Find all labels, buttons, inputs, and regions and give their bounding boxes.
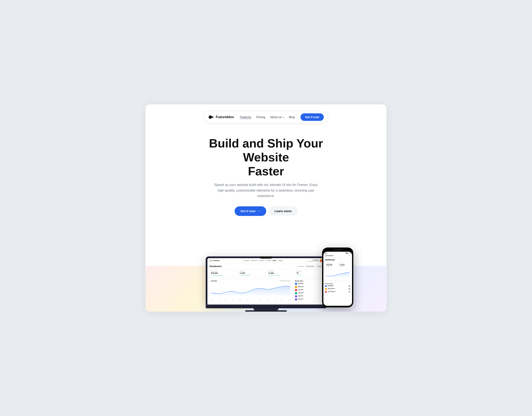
nav-link-pricing[interactable]: Pricing xyxy=(256,115,265,119)
phone-time: 9:41 xyxy=(325,253,327,254)
phone-status-icons: ▐▐▐ ⊙ ▭ xyxy=(345,253,350,254)
stats-row: Total Revenue $78,259 ↗ 10.5% from last … xyxy=(209,269,323,277)
stat-label-active: Active now xyxy=(297,270,321,272)
dash-logo: Frameblox xyxy=(209,260,220,262)
phone-logo-icon xyxy=(325,255,327,257)
stat-change-revenue: ↗ 10.5% from last month xyxy=(211,275,236,276)
dash-nav-tasks: Tasks xyxy=(272,260,276,261)
phone-status-bar: 9:41 ▐▐▐ ⊙ ▭ xyxy=(323,252,352,254)
laptop-base xyxy=(206,305,326,308)
phone-rs-name: Lisa Thompson xyxy=(328,291,335,292)
nav-item-about[interactable]: About us ▾ xyxy=(270,115,284,119)
stat-label-customers: Customers xyxy=(240,270,264,272)
rs-date: Yesterday xyxy=(298,297,321,297)
avatar xyxy=(325,291,327,293)
rs-info: James W... Yesterday xyxy=(298,298,321,301)
phone-dash-nav: Frameblox ≡ xyxy=(323,254,352,258)
hero-title: Build and Ship Your Website Faster xyxy=(193,137,339,178)
chart-x-labels: Jan Feb Mar Apr May Jun Jul Aug xyxy=(211,300,290,301)
chart-area: Overview ↗ 23.5% from last year xyxy=(209,279,292,303)
dash-nav-products: Products xyxy=(259,260,264,261)
signal-icon: ▐▐▐ xyxy=(345,253,348,254)
rs-info: Emily Joh... Today, 8:49 xyxy=(298,286,321,288)
rs-info: Laura Dav... Yesterday xyxy=(298,292,321,294)
nav-link-blog[interactable]: Blog xyxy=(289,115,295,119)
phone-chart: Jan Feb Mar Apr May Jun xyxy=(325,269,350,282)
laptop: Frameblox Overview Customers Products Pr… xyxy=(206,257,326,312)
phone-stat-revenue: Total Revenue $78,259 ↗ 10.5% xyxy=(325,262,337,268)
list-item: James W... Yesterday xyxy=(295,298,321,301)
dash-nav-customers: Customers xyxy=(251,260,257,261)
arrow-icon: → xyxy=(257,209,260,213)
stat-card-active: Active now 57 ↗ 10.5% xyxy=(295,269,323,277)
avatar xyxy=(295,292,297,294)
rs-date: Today, 8:49 xyxy=(298,287,321,288)
rs-date: Today, 11:24 xyxy=(298,284,321,285)
nav-item-blog[interactable]: Blog xyxy=(289,115,295,119)
phone-screen: 9:41 ▐▐▐ ⊙ ▭ Frameblox ≡ xyxy=(323,252,352,306)
hero-cta-button[interactable]: Get it now → xyxy=(235,206,266,216)
nav-link-about[interactable]: About us ▾ xyxy=(270,115,284,119)
phone-chart-labels: Jan Feb Mar Apr May Jun xyxy=(326,280,349,281)
device-showcase: Frameblox Overview Customers Products Pr… xyxy=(145,224,387,312)
rs-date: Yesterday xyxy=(298,290,321,291)
stat-value-active: 57 xyxy=(297,272,321,274)
hamburger-icon: ≡ xyxy=(349,255,350,257)
stat-value-sales: +2,354 xyxy=(268,272,293,274)
dash-header: Dashboard Last 30 days 📅 Select dates ⚙ … xyxy=(209,265,323,267)
dash-filter-btn[interactable]: ⚙ Filter xyxy=(316,265,323,267)
page-wrapper: Futureblox Features Pricing About us ▾ B… xyxy=(145,104,387,311)
rs-info: Lisa Thor... Yesterday xyxy=(298,289,321,291)
list-item: Sarah Wi... Yesterday xyxy=(295,295,321,297)
wifi-icon: ⊙ xyxy=(348,253,349,254)
dash-select-dates-btn[interactable]: 📅 Select dates xyxy=(305,265,315,267)
stat-label-revenue: Total Revenue xyxy=(211,270,236,272)
nav-item-pricing[interactable]: Pricing xyxy=(256,115,265,119)
nav-cta-button[interactable]: Get it now xyxy=(301,113,324,121)
avatar xyxy=(325,285,327,287)
phone-stat-sales: Total Sales +2,354 ↗ 10.5% xyxy=(338,262,350,268)
rs-title: Recent sales xyxy=(295,280,321,282)
phone-rs-info: David Miller Today, 11:24 xyxy=(328,285,333,287)
laptop-screen-outer: Frameblox Overview Customers Products Pr… xyxy=(206,257,326,305)
chart-legend: ↗ 23.5% from last year xyxy=(279,280,290,282)
logo-area: Futureblox xyxy=(208,114,234,120)
avatar xyxy=(295,295,297,297)
hero-section: Build and Ship Your Website Faster Speed… xyxy=(145,123,387,224)
battery-icon: ▭ xyxy=(349,253,350,254)
avatar xyxy=(295,283,297,285)
nav-item-features[interactable]: Features xyxy=(240,115,251,119)
rs-info: Sarah Wi... Yesterday xyxy=(298,295,321,297)
navbar-inner: Futureblox Features Pricing About us ▾ B… xyxy=(204,111,328,123)
phone-rs-date: Yesterday xyxy=(328,292,335,293)
phone-rs-info: Emily Johnson Today, 8:49 xyxy=(328,288,335,290)
hero-learn-more-button[interactable]: Learn more xyxy=(269,206,297,216)
dash-nav-projects: Projects xyxy=(266,260,271,261)
phone-stat-value-revenue: $78,259 xyxy=(326,264,336,266)
phone-rs-date: Today, 11:24 xyxy=(328,286,333,287)
chart-title: Overview xyxy=(211,280,217,282)
list-item: Emily Joh... Today, 8:49 xyxy=(295,286,321,288)
rs-date: Yesterday xyxy=(298,299,321,301)
laptop-screen: Frameblox Overview Customers Products Pr… xyxy=(207,258,325,305)
logo-text: Futureblox xyxy=(216,115,234,119)
logo-icon xyxy=(208,114,214,120)
stat-label-sales: Total Sales xyxy=(268,270,293,272)
phone-rs-amount: $99 xyxy=(349,288,350,289)
laptop-wrapper: Frameblox Overview Customers Products Pr… xyxy=(206,257,326,312)
dash-brand-text: Frameblox xyxy=(212,260,220,261)
phone-chart-svg xyxy=(326,270,349,278)
phone-stats: Total Revenue $78,259 ↗ 10.5% Total Sale… xyxy=(325,262,350,268)
phone-stat-value-sales: +2,354 xyxy=(339,264,349,266)
stat-card-sales: Total Sales +2,354 ↗ 10.5% from last mon… xyxy=(267,269,294,277)
dash-nav-settings: Settings xyxy=(278,260,283,261)
nav-link-features[interactable]: Features xyxy=(240,115,251,119)
phone: 9:41 ▐▐▐ ⊙ ▭ Frameblox ≡ xyxy=(322,248,353,307)
stat-change-active: ↗ 10.5% xyxy=(297,275,321,276)
recent-sales: Recent sales David Mil... Today, 11:24 xyxy=(294,279,323,303)
phone-rs-amount: $59 xyxy=(349,285,350,287)
dashboard: Frameblox Overview Customers Products Pr… xyxy=(207,258,325,305)
stat-value-revenue: $78,259 xyxy=(211,272,236,274)
stat-change-customers: ↗ 21% from last month xyxy=(240,275,264,276)
nav-links: Features Pricing About us ▾ Blog xyxy=(240,115,295,119)
